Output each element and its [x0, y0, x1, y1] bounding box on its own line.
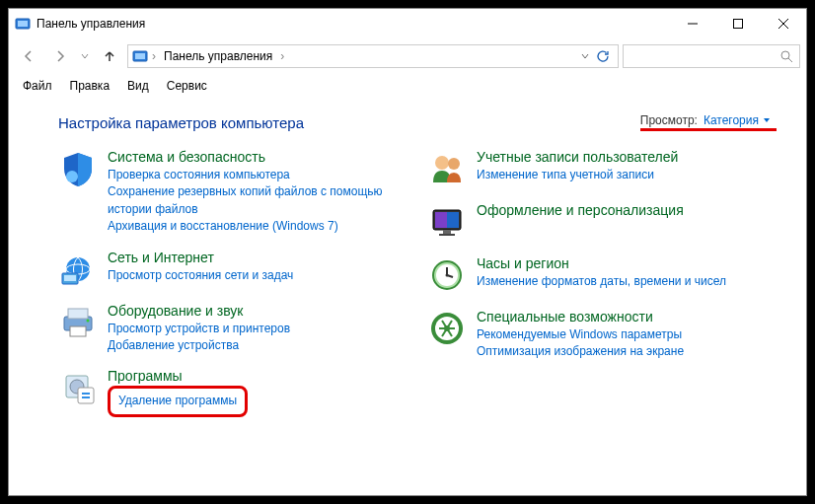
- view-by-selector[interactable]: Просмотр: Категория: [640, 113, 777, 131]
- category-title[interactable]: Сеть и Интернет: [108, 250, 408, 265]
- svg-point-35: [446, 274, 449, 277]
- category-title[interactable]: Оформление и персонализация: [477, 202, 777, 218]
- svg-point-8: [781, 51, 789, 59]
- category-title[interactable]: Система и безопасность: [108, 149, 408, 165]
- minimize-button[interactable]: [670, 9, 715, 38]
- svg-rect-22: [82, 393, 90, 395]
- category-title[interactable]: Специальные возможности: [477, 309, 777, 324]
- up-button[interactable]: [96, 42, 123, 70]
- category-link[interactable]: Добавление устройства: [108, 337, 408, 354]
- accessibility-icon: [427, 309, 467, 348]
- view-by-label: Просмотр:: [640, 113, 698, 127]
- category-title[interactable]: Часы и регион: [477, 255, 777, 271]
- svg-point-10: [66, 171, 78, 182]
- svg-point-38: [444, 325, 450, 331]
- svg-rect-30: [439, 234, 455, 236]
- category-link[interactable]: Сохранение резервных копий файлов с помо…: [108, 183, 408, 218]
- shield-icon: [58, 149, 98, 188]
- category-link[interactable]: Изменение типа учетной записи: [477, 167, 777, 183]
- chevron-down-icon[interactable]: [580, 51, 590, 61]
- search-input[interactable]: [623, 44, 800, 68]
- address-bar[interactable]: › Панель управления ›: [127, 44, 619, 68]
- category-link[interactable]: Оптимизация изображения на экране: [477, 343, 777, 360]
- refresh-button[interactable]: [596, 49, 610, 63]
- svg-rect-28: [435, 212, 447, 228]
- svg-rect-1: [18, 21, 28, 27]
- back-button[interactable]: [15, 42, 42, 70]
- category-clock-region: Часы и регион Изменение форматов даты, в…: [427, 255, 777, 295]
- forward-button[interactable]: [46, 42, 74, 70]
- svg-line-9: [788, 58, 792, 62]
- network-icon: [58, 250, 98, 289]
- view-by-value: Категория: [704, 113, 759, 127]
- category-link[interactable]: Архивация и восстановление (Windows 7): [108, 218, 408, 235]
- content-area: Настройка параметров компьютера Просмотр…: [9, 98, 806, 495]
- control-panel-window: Панель управления: [8, 8, 807, 496]
- menu-edit[interactable]: Правка: [62, 77, 118, 95]
- svg-rect-16: [68, 309, 88, 319]
- category-title[interactable]: Программы: [108, 368, 408, 384]
- printer-icon: [58, 303, 98, 342]
- recent-dropdown[interactable]: [78, 42, 92, 70]
- category-link[interactable]: Изменение форматов даты, времени и чисел: [477, 273, 777, 290]
- maximize-button[interactable]: [715, 9, 761, 38]
- monitor-icon: [427, 202, 467, 242]
- highlighted-link: Удаление программы: [108, 386, 248, 416]
- category-link[interactable]: Проверка состояния компьютера: [108, 167, 408, 183]
- breadcrumb-root[interactable]: Панель управления: [160, 49, 276, 63]
- menu-file[interactable]: Файл: [15, 77, 60, 95]
- uninstall-program-link[interactable]: Удаление программы: [118, 394, 237, 407]
- category-programs: Программы Удаление программы: [58, 368, 408, 416]
- svg-rect-23: [82, 396, 90, 398]
- users-icon: [427, 149, 467, 188]
- menu-tools[interactable]: Сервис: [159, 77, 215, 95]
- svg-rect-21: [78, 388, 94, 403]
- chevron-down-icon: [763, 116, 771, 124]
- control-panel-icon: [15, 16, 31, 32]
- category-appearance: Оформление и персонализация: [427, 202, 777, 242]
- svg-rect-29: [443, 230, 451, 234]
- svg-point-18: [87, 319, 90, 322]
- control-panel-icon: [132, 48, 148, 64]
- window-title: Панель управления: [37, 17, 145, 31]
- category-accessibility: Специальные возможности Рекомендуемые Wi…: [427, 309, 777, 361]
- svg-rect-3: [734, 20, 743, 29]
- category-column-right: Учетные записи пользователей Изменение т…: [427, 149, 777, 431]
- category-title[interactable]: Учетные записи пользователей: [477, 149, 777, 165]
- search-icon: [779, 49, 793, 63]
- svg-point-24: [435, 156, 449, 170]
- nav-toolbar: › Панель управления ›: [9, 38, 806, 74]
- chevron-right-icon[interactable]: ›: [280, 49, 284, 63]
- category-link[interactable]: Просмотр устройств и принтеров: [108, 321, 408, 337]
- titlebar: Панель управления: [9, 9, 806, 38]
- category-link[interactable]: Просмотр состояния сети и задач: [108, 267, 408, 284]
- svg-rect-14: [64, 275, 76, 281]
- category-hardware: Оборудование и звук Просмотр устройств и…: [58, 303, 408, 355]
- category-column-left: Система и безопасность Проверка состояни…: [58, 149, 408, 431]
- svg-rect-7: [135, 53, 145, 59]
- menu-view[interactable]: Вид: [119, 77, 157, 95]
- page-heading: Настройка параметров компьютера: [58, 114, 304, 131]
- category-link[interactable]: Рекомендуемые Windows параметры: [477, 326, 777, 343]
- svg-rect-17: [70, 326, 86, 336]
- svg-point-25: [448, 158, 460, 170]
- chevron-right-icon[interactable]: ›: [152, 49, 156, 63]
- programs-icon: [58, 368, 98, 407]
- category-system-security: Система и безопасность Проверка состояни…: [58, 149, 408, 236]
- menu-bar: Файл Правка Вид Сервис: [9, 74, 806, 98]
- category-user-accounts: Учетные записи пользователей Изменение т…: [427, 149, 777, 188]
- category-network: Сеть и Интернет Просмотр состояния сети …: [58, 250, 408, 289]
- clock-icon: [427, 255, 467, 295]
- category-title[interactable]: Оборудование и звук: [108, 303, 408, 319]
- close-button[interactable]: [761, 9, 806, 38]
